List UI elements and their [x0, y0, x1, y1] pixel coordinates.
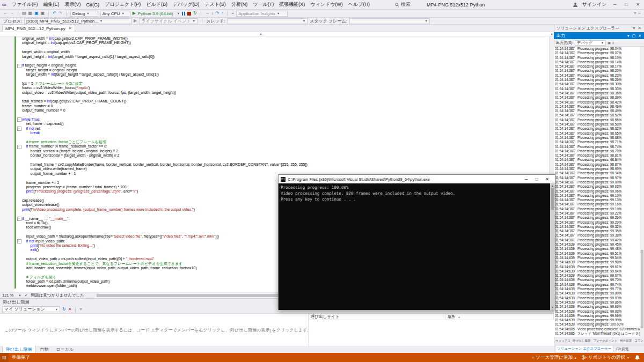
output-line[interactable]: 01:54:14:387Processing progress: 98.10%: [554, 56, 644, 60]
add-to-source-control-button[interactable]: ↑ ソース管理に追加 ▲: [532, 354, 577, 361]
output-line[interactable]: 01:54:14:387Processing progress: 98.90%: [554, 167, 644, 171]
code-line[interactable]: target_width = int(target_height * targe…: [0, 72, 554, 77]
fold-marker-icon[interactable]: [16, 176, 22, 180]
stop-debug-icon[interactable]: [187, 12, 191, 16]
code-line[interactable]: [0, 158, 554, 162]
code-line[interactable]: [0, 136, 554, 140]
column-header-location[interactable]: 場所▲: [445, 314, 554, 320]
output-log[interactable]: 01:54:14:387Processing progress: 98.04%0…: [554, 47, 644, 337]
fold-marker-icon[interactable]: [16, 149, 22, 153]
output-line[interactable]: 01:54:14:885スレッド 'MainThread' (0x1) はコード…: [554, 331, 644, 336]
fold-marker-icon[interactable]: [16, 181, 22, 185]
menu-item-0[interactable]: ファイル(F): [9, 1, 40, 9]
code-line[interactable]: output_video.write(framed_frame): [0, 167, 554, 171]
fold-marker-icon[interactable]: [16, 144, 22, 149]
save-all-icon[interactable]: ▣: [41, 11, 45, 16]
output-line[interactable]: 01:54:14:387Processing progress: 98.78%: [554, 149, 644, 153]
minimize-button[interactable]: ─: [611, 2, 619, 7]
fold-marker-icon[interactable]: [16, 275, 22, 279]
output-line[interactable]: 01:54:14:639Processing progress: 99.64%: [554, 269, 644, 274]
fold-marker-icon[interactable]: [16, 266, 22, 270]
fold-marker-icon[interactable]: [16, 270, 22, 275]
window-position-icon[interactable]: ▾: [633, 26, 635, 31]
step-out-icon[interactable]: ↑: [221, 11, 223, 16]
fold-marker-icon[interactable]: [16, 77, 22, 82]
fold-marker-icon[interactable]: [16, 117, 22, 122]
output-line[interactable]: 01:54:14:387Processing progress: 98.04%: [554, 47, 644, 51]
menu-item-4[interactable]: プロジェクト(P): [102, 1, 143, 9]
output-line[interactable]: 01:54:14:387Processing progress: 98.81%: [554, 153, 644, 158]
start-debug-icon[interactable]: ▶: [133, 11, 136, 16]
output-vertical-scrollbar[interactable]: [640, 47, 644, 337]
zoom-control[interactable]: 121 %: [2, 293, 13, 298]
output-line[interactable]: 01:54:14:639Processing progress: 99.86%: [554, 300, 644, 305]
word-wrap-icon[interactable]: ≡: [612, 41, 614, 45]
fold-marker-icon[interactable]: [16, 82, 22, 86]
toolbar-options-icon[interactable]: ▾: [79, 307, 82, 312]
menu-item-2[interactable]: 表示(V): [62, 1, 83, 9]
health-indicator[interactable]: 問題は見つかりませんでした: [31, 293, 84, 298]
output-line[interactable]: 01:54:14:639Processing progress: 99.51%: [554, 252, 644, 256]
column-header-call-sites[interactable]: 呼び出しサイト: [309, 314, 445, 320]
fold-marker-icon[interactable]: [16, 162, 22, 167]
fold-marker-icon[interactable]: [16, 212, 22, 216]
close-button[interactable]: ✕: [634, 2, 642, 7]
output-line[interactable]: 01:54:14:639Processing progress: 99.96%: [554, 314, 644, 318]
menu-item-9[interactable]: ツール(T): [250, 1, 276, 9]
menu-item-1[interactable]: 編集(E): [40, 1, 62, 9]
console-window[interactable]: C:\ C:\Program Files (x86)\Microsoft Vis…: [278, 174, 555, 310]
output-line[interactable]: 01:54:14:639Processing progress: 99.70%: [554, 278, 644, 282]
new-file-icon[interactable]: ▤: [22, 11, 26, 16]
fold-marker-icon[interactable]: [16, 140, 22, 144]
fold-marker-icon[interactable]: [16, 50, 22, 54]
code-line[interactable]: [0, 59, 554, 63]
output-line[interactable]: 01:54:14:639Processing progress: 99.93%: [554, 309, 644, 314]
pin-icon[interactable]: ▢: [632, 34, 636, 38]
code-line[interactable]: framed_frame = cv2.copyMakeBorder(frame,…: [0, 162, 554, 167]
console-body[interactable]: Processing progress: 100.00%Video proces…: [279, 183, 555, 310]
console-scrollbar[interactable]: ▲ ▼: [550, 183, 555, 310]
fold-marker-icon[interactable]: [16, 72, 22, 77]
find-in-files-icon[interactable]: ≡: [231, 11, 234, 16]
close-panel-icon[interactable]: ✕: [638, 34, 641, 38]
stack-frame-select[interactable]: ▼: [349, 18, 430, 24]
application-insights-dropdown[interactable]: Application Insights▼: [236, 11, 288, 17]
code-line[interactable]: fps = 5 # フレームレートを5に設定: [0, 82, 554, 86]
fold-marker-icon[interactable]: [16, 189, 22, 194]
code-line[interactable]: border_horizontal = (target_width - orig…: [0, 153, 554, 158]
start-debug-button[interactable]: Python 3.9 (64-bit): [138, 11, 173, 16]
output-line[interactable]: 01:54:14:387Processing progress: 98.55%: [554, 118, 644, 122]
code-line[interactable]: while True:: [0, 117, 554, 122]
output-line[interactable]: 01:54:14:639Processing progress: 99.54%: [554, 256, 644, 260]
fold-marker-icon[interactable]: [16, 46, 22, 50]
output-line[interactable]: 01:54:14:639Processing progress: 99.83%: [554, 296, 644, 300]
output-line[interactable]: 01:54:14:387Processing progress: 98.94%: [554, 171, 644, 175]
show-next-statement-icon[interactable]: →: [205, 11, 209, 16]
restart-debug-icon[interactable]: ↻: [193, 11, 197, 16]
tab-debug-3[interactable]: 例外設定: [619, 338, 633, 343]
output-line[interactable]: 01:54:14:387Processing progress: 98.52%: [554, 113, 644, 117]
fold-marker-icon[interactable]: [16, 41, 22, 45]
fold-marker-icon[interactable]: [16, 248, 22, 252]
code-line[interactable]: if frame_number % frame_reduction_factor…: [0, 144, 554, 149]
code-line[interactable]: break: [0, 131, 554, 135]
menu-item-8[interactable]: 分析(N): [229, 1, 251, 9]
output-line[interactable]: 01:54:14:639Processing progress: 99.58%: [554, 260, 644, 264]
fold-marker-icon[interactable]: [16, 239, 22, 243]
output-line[interactable]: 01:54:14:387Processing progress: 98.68%: [554, 136, 644, 140]
fold-marker-icon[interactable]: [16, 185, 22, 189]
refresh-icon[interactable]: ↻: [62, 307, 66, 312]
fold-marker-icon[interactable]: [16, 104, 22, 108]
fold-marker-icon[interactable]: [16, 36, 22, 41]
toolbar-options-icon[interactable]: ▾: [634, 11, 636, 16]
call-hierarchy-tree-pane[interactable]: このツール ウィンドウにメンバーの呼び出し階層を表示するには、コード エディター…: [0, 314, 309, 346]
menu-item-3[interactable]: Git(G): [83, 2, 102, 8]
open-file-icon[interactable]: ▦: [28, 11, 33, 16]
toolbar-overflow-icon[interactable]: ≡: [638, 11, 641, 16]
output-line[interactable]: 01:54:14:387Processing progress: 98.97%: [554, 176, 644, 180]
fold-marker-icon[interactable]: [16, 217, 22, 221]
undo-icon[interactable]: ↶: [53, 11, 56, 16]
output-line[interactable]: 01:54:14:387Processing progress: 98.17%: [554, 64, 644, 69]
output-line[interactable]: 01:54:14:639Processing progress: 99.99%: [554, 318, 644, 322]
output-line[interactable]: 01:54:14:387Processing progress: 99.32%: [554, 225, 644, 229]
